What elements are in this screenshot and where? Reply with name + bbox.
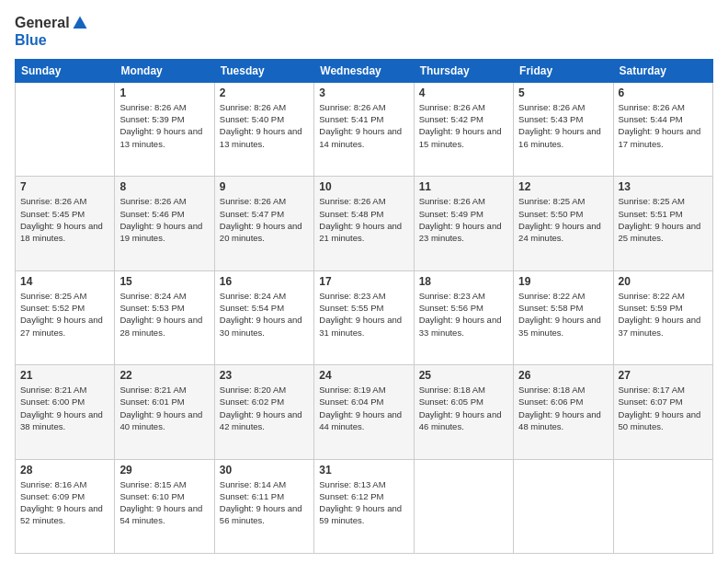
calendar-cell: 4 Sunrise: 8:26 AMSunset: 5:42 PMDayligh…	[414, 82, 513, 176]
day-number: 31	[319, 464, 408, 477]
day-number: 26	[518, 369, 608, 382]
calendar-cell: 7 Sunrise: 8:26 AMSunset: 5:45 PMDayligh…	[16, 177, 115, 270]
page: GeneralBlue SundayMondayTuesdayWednesday…	[0, 0, 728, 563]
week-row-1: 7 Sunrise: 8:26 AMSunset: 5:45 PMDayligh…	[16, 177, 713, 270]
day-info: Sunrise: 8:26 AMSunset: 5:44 PMDaylight:…	[619, 101, 708, 150]
calendar-cell: 26 Sunrise: 8:18 AMSunset: 6:06 PMDaylig…	[514, 365, 613, 459]
calendar-cell: 8 Sunrise: 8:26 AMSunset: 5:46 PMDayligh…	[115, 177, 214, 270]
day-number: 14	[20, 275, 109, 288]
day-number: 7	[20, 180, 109, 193]
day-info: Sunrise: 8:19 AMSunset: 6:04 PMDaylight:…	[319, 384, 408, 432]
day-info: Sunrise: 8:18 AMSunset: 6:05 PMDaylight:…	[419, 384, 508, 432]
calendar-cell: 28 Sunrise: 8:16 AMSunset: 6:09 PMDaylig…	[16, 459, 115, 553]
day-info: Sunrise: 8:17 AMSunset: 6:07 PMDaylight:…	[619, 384, 708, 432]
day-header-tuesday: Tuesday	[214, 59, 313, 82]
day-number: 11	[419, 180, 508, 193]
day-info: Sunrise: 8:24 AMSunset: 5:54 PMDaylight:…	[220, 290, 309, 339]
day-number: 23	[220, 369, 309, 382]
day-info: Sunrise: 8:18 AMSunset: 6:06 PMDaylight:…	[518, 384, 608, 432]
day-info: Sunrise: 8:21 AMSunset: 6:00 PMDaylight:…	[20, 384, 109, 432]
day-info: Sunrise: 8:13 AMSunset: 6:12 PMDaylight:…	[319, 478, 408, 527]
logo: GeneralBlue	[15, 15, 88, 50]
day-number: 29	[119, 464, 209, 477]
calendar-cell: 18 Sunrise: 8:23 AMSunset: 5:56 PMDaylig…	[414, 270, 513, 364]
calendar-cell: 12 Sunrise: 8:25 AMSunset: 5:50 PMDaylig…	[514, 177, 613, 270]
svg-marker-0	[73, 17, 86, 29]
day-info: Sunrise: 8:26 AMSunset: 5:48 PMDaylight:…	[319, 195, 408, 244]
calendar-cell: 17 Sunrise: 8:23 AMSunset: 5:55 PMDaylig…	[314, 270, 414, 364]
day-info: Sunrise: 8:26 AMSunset: 5:41 PMDaylight:…	[319, 101, 408, 150]
day-info: Sunrise: 8:22 AMSunset: 5:58 PMDaylight:…	[518, 290, 608, 339]
day-header-monday: Monday	[115, 59, 214, 82]
day-number: 10	[319, 180, 408, 193]
day-info: Sunrise: 8:25 AMSunset: 5:52 PMDaylight:…	[20, 290, 109, 339]
day-number: 3	[319, 86, 408, 99]
day-number: 19	[518, 275, 608, 288]
day-number: 20	[619, 275, 708, 288]
week-row-2: 14 Sunrise: 8:25 AMSunset: 5:52 PMDaylig…	[16, 270, 713, 364]
day-info: Sunrise: 8:25 AMSunset: 5:50 PMDaylight:…	[518, 195, 608, 244]
header: GeneralBlue	[15, 15, 713, 50]
day-info: Sunrise: 8:26 AMSunset: 5:39 PMDaylight:…	[119, 101, 209, 150]
day-info: Sunrise: 8:15 AMSunset: 6:10 PMDaylight:…	[119, 478, 209, 527]
day-header-thursday: Thursday	[414, 59, 513, 82]
day-info: Sunrise: 8:21 AMSunset: 6:01 PMDaylight:…	[119, 384, 209, 432]
day-number: 17	[319, 275, 408, 288]
day-info: Sunrise: 8:26 AMSunset: 5:49 PMDaylight:…	[419, 195, 508, 244]
day-info: Sunrise: 8:26 AMSunset: 5:42 PMDaylight:…	[419, 101, 508, 150]
day-info: Sunrise: 8:25 AMSunset: 5:51 PMDaylight:…	[619, 195, 708, 244]
calendar-cell	[514, 459, 613, 553]
calendar-cell: 6 Sunrise: 8:26 AMSunset: 5:44 PMDayligh…	[613, 82, 712, 176]
calendar-cell: 16 Sunrise: 8:24 AMSunset: 5:54 PMDaylig…	[214, 270, 313, 364]
calendar-cell: 2 Sunrise: 8:26 AMSunset: 5:40 PMDayligh…	[214, 82, 313, 176]
week-row-3: 21 Sunrise: 8:21 AMSunset: 6:00 PMDaylig…	[16, 365, 713, 459]
day-number: 27	[619, 369, 708, 382]
day-info: Sunrise: 8:22 AMSunset: 5:59 PMDaylight:…	[619, 290, 708, 339]
day-info: Sunrise: 8:16 AMSunset: 6:09 PMDaylight:…	[20, 478, 109, 527]
day-number: 12	[518, 180, 608, 193]
calendar-cell: 13 Sunrise: 8:25 AMSunset: 5:51 PMDaylig…	[613, 177, 712, 270]
day-number: 18	[419, 275, 508, 288]
day-number: 30	[220, 464, 309, 477]
calendar-cell	[613, 459, 712, 553]
day-info: Sunrise: 8:14 AMSunset: 6:11 PMDaylight:…	[220, 478, 309, 527]
day-number: 8	[119, 180, 209, 193]
calendar-table: SundayMondayTuesdayWednesdayThursdayFrid…	[15, 59, 713, 554]
calendar-cell: 24 Sunrise: 8:19 AMSunset: 6:04 PMDaylig…	[314, 365, 414, 459]
calendar-cell: 31 Sunrise: 8:13 AMSunset: 6:12 PMDaylig…	[314, 459, 414, 553]
day-number: 15	[119, 275, 209, 288]
calendar-cell: 23 Sunrise: 8:20 AMSunset: 6:02 PMDaylig…	[214, 365, 313, 459]
calendar-cell: 30 Sunrise: 8:14 AMSunset: 6:11 PMDaylig…	[214, 459, 313, 553]
day-info: Sunrise: 8:23 AMSunset: 5:55 PMDaylight:…	[319, 290, 408, 339]
calendar-cell: 9 Sunrise: 8:26 AMSunset: 5:47 PMDayligh…	[214, 177, 313, 270]
day-number: 28	[20, 464, 109, 477]
day-info: Sunrise: 8:20 AMSunset: 6:02 PMDaylight:…	[220, 384, 309, 432]
calendar-cell: 1 Sunrise: 8:26 AMSunset: 5:39 PMDayligh…	[115, 82, 214, 176]
day-number: 1	[119, 86, 209, 99]
calendar-cell: 27 Sunrise: 8:17 AMSunset: 6:07 PMDaylig…	[613, 365, 712, 459]
calendar-cell	[16, 82, 115, 176]
day-number: 13	[619, 180, 708, 193]
day-number: 25	[419, 369, 508, 382]
week-row-0: 1 Sunrise: 8:26 AMSunset: 5:39 PMDayligh…	[16, 82, 713, 176]
calendar-cell: 11 Sunrise: 8:26 AMSunset: 5:49 PMDaylig…	[414, 177, 513, 270]
calendar-cell: 20 Sunrise: 8:22 AMSunset: 5:59 PMDaylig…	[613, 270, 712, 364]
day-header-saturday: Saturday	[613, 59, 712, 82]
day-number: 2	[220, 86, 309, 99]
week-row-4: 28 Sunrise: 8:16 AMSunset: 6:09 PMDaylig…	[16, 459, 713, 553]
day-number: 21	[20, 369, 109, 382]
day-info: Sunrise: 8:26 AMSunset: 5:46 PMDaylight:…	[119, 195, 209, 244]
day-header-friday: Friday	[514, 59, 613, 82]
day-info: Sunrise: 8:26 AMSunset: 5:45 PMDaylight:…	[20, 195, 109, 244]
day-number: 16	[220, 275, 309, 288]
calendar-cell: 19 Sunrise: 8:22 AMSunset: 5:58 PMDaylig…	[514, 270, 613, 364]
calendar-cell: 15 Sunrise: 8:24 AMSunset: 5:53 PMDaylig…	[115, 270, 214, 364]
day-info: Sunrise: 8:23 AMSunset: 5:56 PMDaylight:…	[419, 290, 508, 339]
day-number: 24	[319, 369, 408, 382]
calendar-cell: 5 Sunrise: 8:26 AMSunset: 5:43 PMDayligh…	[514, 82, 613, 176]
day-header-sunday: Sunday	[16, 59, 115, 82]
day-number: 4	[419, 86, 508, 99]
header-row: SundayMondayTuesdayWednesdayThursdayFrid…	[16, 59, 713, 82]
calendar-cell: 22 Sunrise: 8:21 AMSunset: 6:01 PMDaylig…	[115, 365, 214, 459]
day-number: 5	[518, 86, 608, 99]
